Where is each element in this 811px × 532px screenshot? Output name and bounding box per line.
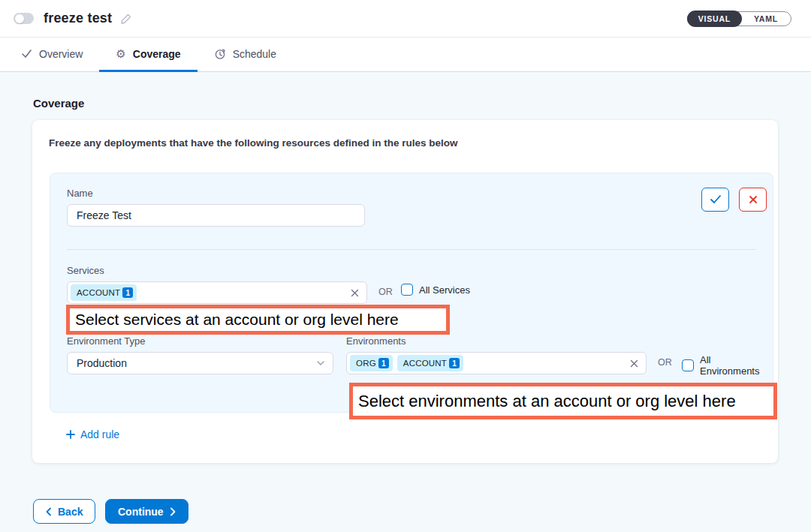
environments-or-label: OR (658, 357, 672, 368)
services-multiselect[interactable]: ACCOUNT 1 (67, 281, 367, 304)
back-button[interactable]: Back (33, 499, 95, 524)
environment-type-label: Environment Type (67, 335, 146, 347)
environments-clear-icon[interactable] (630, 359, 638, 368)
add-rule-button[interactable]: Add rule (66, 428, 119, 440)
confirm-check-icon (710, 194, 722, 205)
environments-tag-org[interactable]: ORG 1 (350, 355, 393, 371)
environment-type-select[interactable]: Production (67, 352, 333, 374)
cancel-rule-button[interactable] (739, 188, 767, 212)
services-tag-account[interactable]: ACCOUNT 1 (71, 284, 137, 301)
tab-coverage-label: Coverage (133, 48, 181, 60)
clock-refresh-icon (214, 48, 226, 60)
tag-count-badge: 1 (449, 358, 460, 368)
environments-annotation-callout: Select environments at an account or org… (349, 383, 777, 419)
wizard-tabbar: Overview ⚙ Coverage Schedule (0, 38, 811, 72)
freeze-description: Freeze any deployments that have the fol… (49, 137, 458, 149)
chevron-down-icon (316, 360, 325, 366)
continue-button[interactable]: Continue (105, 499, 188, 524)
pencil-icon (120, 13, 132, 25)
yaml-toggle-button[interactable]: YAML (741, 14, 791, 23)
page-title: freeze test (44, 11, 112, 26)
tag-text: ACCOUNT (77, 288, 120, 297)
section-heading: Coverage (33, 97, 84, 110)
environments-tag-account[interactable]: ACCOUNT 1 (397, 355, 463, 371)
content-area: Coverage Freeze any deployments that hav… (0, 72, 811, 532)
tab-schedule-label: Schedule (233, 48, 276, 60)
environments-label: Environments (346, 335, 406, 347)
confirm-rule-button[interactable] (701, 188, 729, 212)
rule-panel: Name Services ACCOUNT 1 (50, 173, 773, 413)
toggle-knob (15, 14, 24, 23)
tag-text: ORG (356, 359, 376, 368)
tab-overview-label: Overview (39, 48, 83, 60)
rule-name-input[interactable] (67, 204, 365, 227)
panel-divider (67, 249, 756, 250)
freeze-enabled-toggle[interactable] (14, 13, 34, 24)
all-environments-checkbox[interactable] (682, 359, 694, 371)
all-services-checkbox[interactable] (401, 284, 413, 296)
all-services-checkbox-row[interactable]: All Services (401, 284, 470, 296)
gear-icon: ⚙ (116, 47, 125, 61)
all-environments-label: All Environments (700, 354, 773, 377)
tab-coverage[interactable]: ⚙ Coverage (99, 38, 197, 72)
chevron-left-icon (46, 507, 52, 516)
name-label: Name (67, 188, 93, 199)
visual-yaml-toggle: VISUAL YAML (687, 11, 791, 26)
environment-type-value: Production (77, 357, 127, 369)
tab-schedule[interactable]: Schedule (197, 38, 293, 72)
cancel-x-icon (749, 195, 758, 204)
continue-button-label: Continue (118, 506, 164, 518)
header-bar: freeze test VISUAL YAML (0, 0, 811, 38)
environments-multiselect[interactable]: ORG 1 ACCOUNT 1 (346, 352, 647, 374)
tag-count-badge: 1 (122, 287, 133, 298)
services-clear-icon[interactable] (351, 289, 359, 297)
tag-text: ACCOUNT (403, 359, 447, 368)
edit-title-button[interactable] (120, 13, 132, 25)
back-button-label: Back (58, 506, 83, 518)
tab-overview[interactable]: Overview (5, 38, 99, 72)
services-label: Services (67, 265, 104, 276)
plus-icon (66, 430, 75, 439)
add-rule-label: Add rule (80, 428, 119, 440)
chevron-right-icon (170, 507, 176, 516)
freeze-wizard-screen: freeze test VISUAL YAML Overview ⚙ Cover… (0, 0, 811, 532)
tag-count-badge: 1 (378, 358, 389, 368)
all-services-label: All Services (419, 284, 470, 296)
check-icon (21, 48, 32, 59)
services-or-label: OR (378, 287, 393, 297)
services-annotation-callout: Select services at an account or org lev… (66, 305, 450, 335)
all-environments-checkbox-row[interactable]: All Environments (682, 354, 773, 377)
visual-toggle-button[interactable]: VISUAL (687, 11, 742, 27)
coverage-card: Freeze any deployments that have the fol… (32, 120, 778, 463)
